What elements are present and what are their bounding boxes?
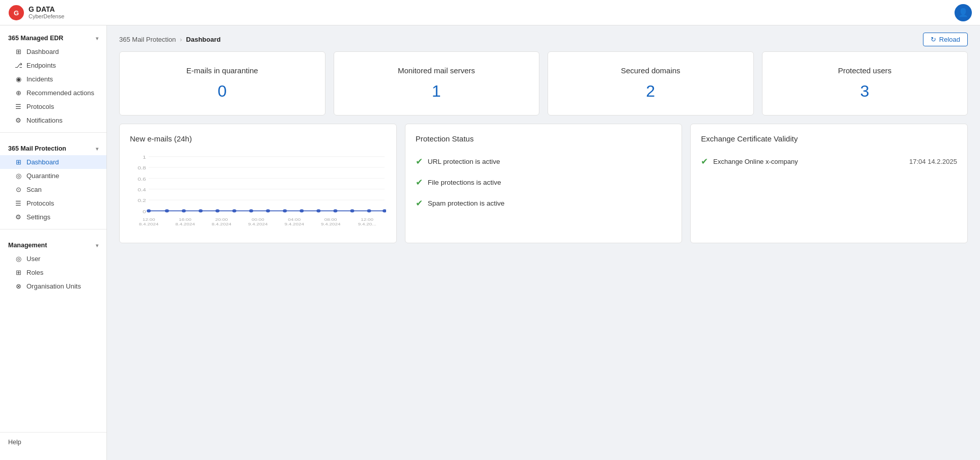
exchange-cert-card: Exchange Certificate Validity ✔ Exchange… [690,124,968,243]
svg-text:9.4.20...: 9.4.20... [358,222,376,226]
new-emails-card-title: New e-mails (24h) [130,134,386,143]
chevron-down-icon-mail: ▾ [96,146,98,152]
notifications-icon: ⚙ [14,117,22,124]
svg-text:0: 0 [143,209,146,214]
protection-item-spam-label: Spam protection is active [428,199,505,207]
stat-card-emails-quarantine-value: 0 [217,82,227,101]
svg-text:9.4.2024: 9.4.2024 [284,222,304,226]
scan-icon: ⊙ [14,186,22,193]
grid-icon-mail: ⊞ [14,158,22,166]
sidebar-item-user[interactable]: ◎ User [0,252,106,266]
svg-text:G: G [14,9,19,17]
logo-sub-label: CyberDefense [29,13,64,20]
svg-point-16 [182,209,186,212]
incidents-icon: ◉ [14,75,22,83]
cert-item: ✔ Exchange Online x-company 17:04 14.2.2… [701,151,957,167]
protection-status-title: Protection Status [416,134,672,143]
svg-text:04:00: 04:00 [288,217,301,221]
svg-text:0.4: 0.4 [138,187,146,192]
protocols-mail-icon: ☰ [14,199,22,207]
svg-point-24 [316,209,320,212]
svg-text:00:00: 00:00 [252,217,264,221]
help-link[interactable]: Help [0,432,106,452]
svg-point-15 [165,209,169,212]
svg-text:08:00: 08:00 [324,217,337,221]
sidebar-item-settings[interactable]: ⚙ Settings [0,210,106,224]
svg-text:12:00: 12:00 [361,217,373,221]
stat-card-emails-quarantine: E-mails in quarantine 0 [119,51,325,116]
svg-text:16:00: 16:00 [179,217,192,221]
stat-card-secured-domains: Secured domains 2 [548,51,754,116]
sidebar-section-mail-header[interactable]: 365 Mail Protection ▾ [0,142,106,155]
stat-card-secured-domains-title: Secured domains [621,66,680,75]
sidebar-item-dashboard-mail[interactable]: ⊞ Dashboard [0,155,106,169]
sidebar-item-quarantine[interactable]: ◎ Quarantine [0,169,106,183]
sidebar-item-protocols-edr[interactable]: ☰ Protocols [0,100,106,113]
settings-icon: ⚙ [14,213,22,221]
user-icon: ◎ [14,255,22,263]
sidebar-section-edr-header[interactable]: 365 Managed EDR ▾ [0,32,106,45]
exchange-cert-title: Exchange Certificate Validity [701,134,957,143]
sidebar-item-notifications[interactable]: ⚙ Notifications [0,113,106,127]
sidebar-item-dashboard-edr[interactable]: ⊞ Dashboard [0,45,106,59]
chevron-down-icon-mgmt: ▾ [96,243,98,248]
sidebar-item-recommended-actions[interactable]: ⊕ Recommended actions [0,86,106,100]
svg-text:1: 1 [143,154,146,160]
protection-item-url-label: URL protection is active [428,158,500,165]
svg-text:0.8: 0.8 [138,165,146,170]
svg-point-22 [283,209,287,212]
sidebar-item-scan[interactable]: ⊙ Scan [0,183,106,196]
sidebar-section-management-header[interactable]: Management ▾ [0,239,106,252]
svg-point-25 [333,209,337,212]
svg-text:8.4.2024: 8.4.2024 [175,222,195,226]
svg-point-23 [300,209,304,212]
svg-text:9.4.2024: 9.4.2024 [321,222,341,226]
protocols-icon: ☰ [14,103,22,110]
stat-card-monitored-mail-value: 1 [432,82,441,101]
protection-list: ✔ URL protection is active ✔ File protec… [416,151,672,209]
sidebar-item-endpoints[interactable]: ⎇ Endpoints [0,59,106,72]
stat-card-monitored-mail-title: Monitored mail servers [398,66,475,75]
email-chart: 1 0.8 0.6 0.4 0.2 0 [130,151,386,233]
protection-item-file: ✔ File protections is active [416,177,672,188]
sidebar-item-protocols-mail[interactable]: ☰ Protocols [0,196,106,210]
sidebar-item-roles[interactable]: ⊞ Roles [0,266,106,279]
check-icon-cert: ✔ [701,156,708,167]
reload-button[interactable]: ↻ Reload [923,33,968,46]
svg-text:9.4.2024: 9.4.2024 [248,222,268,226]
svg-point-18 [215,209,220,212]
svg-point-27 [367,209,371,212]
svg-text:20:00: 20:00 [215,217,228,221]
breadcrumb-parent[interactable]: 365 Mail Protection [119,36,176,43]
protection-item-file-label: File protections is active [428,179,501,186]
check-icon-file: ✔ [416,177,423,188]
user-avatar[interactable]: 👤 [955,4,972,21]
svg-text:8.4.2024: 8.4.2024 [139,222,159,226]
stat-card-secured-domains-value: 2 [646,82,655,101]
grid-icon: ⊞ [14,48,22,55]
breadcrumb-current: Dashboard [186,36,221,43]
logo-gdata-label: G DATA [29,5,64,14]
chevron-down-icon: ▾ [96,36,98,41]
breadcrumb-separator: › [180,36,182,43]
logo: G G DATA CyberDefense [8,5,64,21]
breadcrumb: 365 Mail Protection › Dashboard [119,36,221,43]
breadcrumb-bar: 365 Mail Protection › Dashboard ↻ Reload [107,25,980,51]
check-icon-spam: ✔ [416,198,423,209]
sidebar-item-incidents[interactable]: ◉ Incidents [0,72,106,86]
sidebar-item-organisation-units[interactable]: ⊗ Organisation Units [0,279,106,293]
svg-point-19 [232,209,236,212]
stat-card-protected-users-value: 3 [860,82,869,101]
roles-icon: ⊞ [14,269,22,276]
stat-card-emails-quarantine-title: E-mails in quarantine [186,66,258,75]
svg-text:0.6: 0.6 [138,176,146,182]
check-icon-url: ✔ [416,156,423,167]
sidebar-section-edr: 365 Managed EDR ▾ ⊞ Dashboard ⎇ Endpoint… [0,25,106,129]
stat-card-protected-users: Protected users 3 [762,51,968,116]
svg-point-17 [199,209,203,212]
stat-card-protected-users-title: Protected users [838,66,891,75]
svg-text:0.2: 0.2 [138,197,146,203]
email-chart-svg: 1 0.8 0.6 0.4 0.2 0 [130,151,386,233]
new-emails-card: New e-mails (24h) 1 0.8 0.6 0.4 0.2 0 [119,124,397,243]
topbar: G G DATA CyberDefense 👤 [0,0,980,25]
